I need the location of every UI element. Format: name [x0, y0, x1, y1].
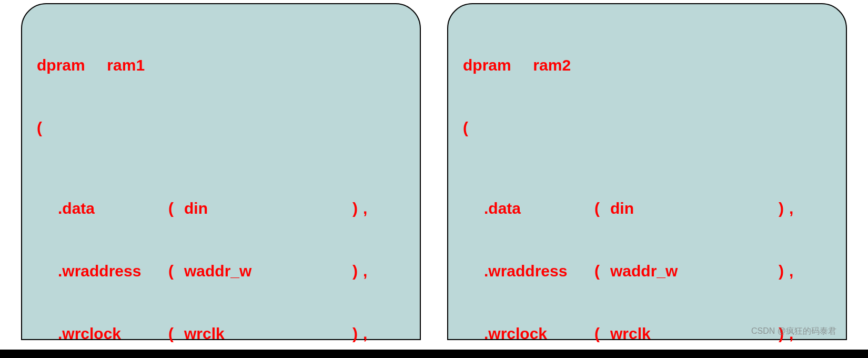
open-char: ( — [594, 200, 610, 218]
code-panel-left: dpram ram1 ( .data( din), .wraddress( wa… — [21, 3, 421, 340]
port-name: .wrclock — [484, 325, 594, 343]
watermark-text: CSDN @疯狂的码泰君 — [751, 326, 836, 336]
bottom-border — [0, 350, 868, 358]
code-block: dpram ram1 ( .data( din), .wraddress( wa… — [37, 16, 405, 358]
open-paren: ( — [37, 115, 405, 141]
port-name: .data — [58, 200, 168, 218]
open-char: ( — [168, 200, 184, 218]
close-char: ) — [352, 200, 363, 218]
port-value: din — [610, 200, 779, 218]
port-value: waddr_w — [610, 262, 779, 281]
open-char: ( — [168, 325, 184, 343]
comma: , — [363, 325, 374, 343]
code-block: dpram ram2 ( .data( din), .wraddress( wa… — [463, 16, 831, 358]
module-header-text: dpram ram1 — [37, 56, 145, 75]
close-char: ) — [779, 262, 789, 281]
comma: , — [363, 200, 374, 218]
open-paren: ( — [463, 115, 831, 141]
open-char: ( — [594, 262, 610, 281]
code-panel-right: dpram ram2 ( .data( din), .wraddress( wa… — [447, 3, 847, 340]
port-name: .wraddress — [484, 262, 594, 281]
port-line: .wraddress( waddr_w), — [463, 258, 831, 285]
comma: , — [789, 262, 800, 281]
port-line: .wrclock( wrclk), — [37, 321, 405, 347]
comma: , — [789, 200, 800, 218]
port-value: wrclk — [184, 325, 352, 343]
close-char: ) — [779, 200, 789, 218]
open-char: ( — [594, 325, 610, 343]
comma: , — [363, 262, 374, 281]
module-header-text: dpram ram2 — [463, 56, 571, 75]
port-line: .data( din), — [463, 196, 831, 222]
close-char: ) — [352, 325, 363, 343]
port-name: .wraddress — [58, 262, 168, 281]
port-name: .data — [484, 200, 594, 218]
module-header: dpram ram1 — [37, 52, 405, 78]
port-value: din — [184, 200, 352, 218]
port-name: .wrclock — [58, 325, 168, 343]
port-value: waddr_w — [184, 262, 352, 281]
open-char: ( — [168, 262, 184, 281]
port-line: .wraddress( waddr_w), — [37, 258, 405, 285]
module-header: dpram ram2 — [463, 52, 831, 78]
port-line: .data( din), — [37, 196, 405, 222]
close-char: ) — [352, 262, 363, 281]
